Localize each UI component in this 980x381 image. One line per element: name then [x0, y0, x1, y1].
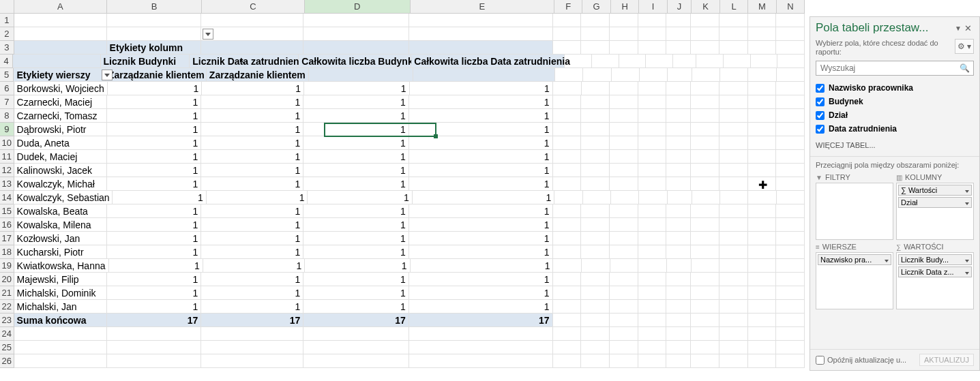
col-header-C[interactable]: C: [202, 0, 304, 13]
cell[interactable]: 1: [107, 164, 202, 177]
cell[interactable]: [610, 218, 638, 232]
row-header[interactable]: 5: [0, 68, 14, 82]
cell[interactable]: [668, 68, 692, 82]
cell[interactable]: 1: [409, 232, 553, 245]
cell[interactable]: [612, 68, 640, 82]
cell[interactable]: [107, 14, 202, 27]
area-chip[interactable]: Licznik Budy...: [898, 254, 972, 265]
cell[interactable]: [691, 95, 719, 109]
cell[interactable]: [583, 68, 611, 82]
cell[interactable]: [303, 14, 409, 27]
field-item[interactable]: Dział: [816, 108, 974, 122]
cell[interactable]: 1: [303, 177, 409, 191]
cell[interactable]: [666, 27, 691, 41]
cell[interactable]: 1: [303, 218, 409, 232]
cell[interactable]: [610, 300, 638, 314]
cell[interactable]: [638, 14, 667, 27]
cell[interactable]: 1: [303, 123, 409, 136]
cell[interactable]: [719, 164, 748, 177]
cell[interactable]: [413, 68, 555, 82]
cell[interactable]: 1: [303, 245, 409, 259]
cell[interactable]: 1: [303, 273, 409, 286]
cell[interactable]: [581, 327, 610, 341]
chevron-down-icon[interactable]: [885, 256, 889, 264]
cell[interactable]: [776, 341, 805, 354]
cell[interactable]: [691, 354, 719, 368]
row-header[interactable]: 17: [0, 232, 14, 245]
cell[interactable]: [201, 327, 303, 341]
select-all-corner[interactable]: [0, 0, 14, 14]
cell[interactable]: [553, 218, 582, 232]
cell[interactable]: [691, 136, 719, 150]
cell[interactable]: [748, 68, 776, 82]
cell[interactable]: [553, 286, 582, 300]
cell[interactable]: [691, 232, 719, 245]
filters-area[interactable]: ▼FILTRY: [816, 173, 893, 240]
cell[interactable]: [691, 109, 719, 123]
cell[interactable]: [581, 218, 610, 232]
cell[interactable]: [610, 327, 638, 341]
cell[interactable]: [777, 55, 805, 68]
cell[interactable]: [691, 327, 719, 341]
row-header[interactable]: 23: [0, 314, 14, 327]
cell[interactable]: [776, 177, 805, 191]
row-header[interactable]: 6: [0, 82, 14, 95]
row-header[interactable]: 12: [0, 164, 14, 177]
cell[interactable]: 1: [201, 218, 303, 232]
cell[interactable]: [719, 177, 748, 191]
cell[interactable]: 1: [107, 136, 202, 150]
cell[interactable]: [748, 259, 777, 273]
cell[interactable]: Etykiety kolumn: [107, 41, 202, 55]
cell[interactable]: [581, 354, 610, 368]
cell[interactable]: 1: [107, 95, 202, 109]
cell[interactable]: [638, 341, 667, 354]
chevron-down-icon[interactable]: [965, 198, 969, 207]
cell[interactable]: 1: [409, 204, 553, 218]
cell[interactable]: Licznik Budynki: [101, 55, 190, 68]
cell[interactable]: 1: [107, 123, 202, 136]
cell[interactable]: [581, 164, 610, 177]
cell[interactable]: [610, 109, 638, 123]
col-header-G[interactable]: G: [582, 0, 610, 13]
cell[interactable]: [748, 286, 777, 300]
col-header-D[interactable]: D: [305, 0, 411, 13]
update-button[interactable]: AKTUALIZUJ: [919, 354, 974, 366]
cell[interactable]: [201, 14, 303, 27]
cell[interactable]: Etykiety wierszy: [14, 68, 105, 82]
cell[interactable]: [553, 82, 582, 95]
cell[interactable]: Dąbrowski, Piotr: [14, 123, 107, 136]
col-header-A[interactable]: A: [14, 0, 107, 13]
cell[interactable]: [107, 327, 202, 341]
area-chip[interactable]: ∑ Wartości: [898, 185, 972, 196]
cell[interactable]: [303, 41, 409, 55]
cell[interactable]: [748, 82, 777, 95]
cell[interactable]: [581, 300, 610, 314]
cell[interactable]: 1: [409, 95, 553, 109]
cell[interactable]: [776, 82, 805, 95]
row-header[interactable]: 16: [0, 218, 14, 232]
cell[interactable]: [692, 259, 720, 273]
row-header[interactable]: 22: [0, 300, 14, 314]
cell[interactable]: [638, 300, 667, 314]
cell[interactable]: [748, 150, 777, 164]
cell[interactable]: [719, 109, 748, 123]
cell[interactable]: Kucharski, Piotr: [14, 245, 107, 259]
cell[interactable]: [719, 150, 748, 164]
cell[interactable]: [776, 218, 805, 232]
cell[interactable]: [666, 341, 691, 354]
cell[interactable]: 1: [413, 191, 555, 204]
cell[interactable]: 1: [107, 109, 202, 123]
cell[interactable]: [582, 259, 610, 273]
row-header[interactable]: 24: [0, 327, 14, 341]
cell[interactable]: Kowalska, Milena: [14, 218, 107, 232]
cell[interactable]: [696, 55, 724, 68]
cell[interactable]: [638, 109, 667, 123]
cell[interactable]: [673, 55, 696, 68]
cell[interactable]: [719, 341, 748, 354]
cell[interactable]: [748, 218, 777, 232]
cell[interactable]: 1: [409, 164, 553, 177]
cell[interactable]: [776, 327, 805, 341]
cell[interactable]: 17: [201, 314, 303, 327]
cell[interactable]: 1: [303, 286, 409, 300]
cell[interactable]: 1: [409, 300, 553, 314]
